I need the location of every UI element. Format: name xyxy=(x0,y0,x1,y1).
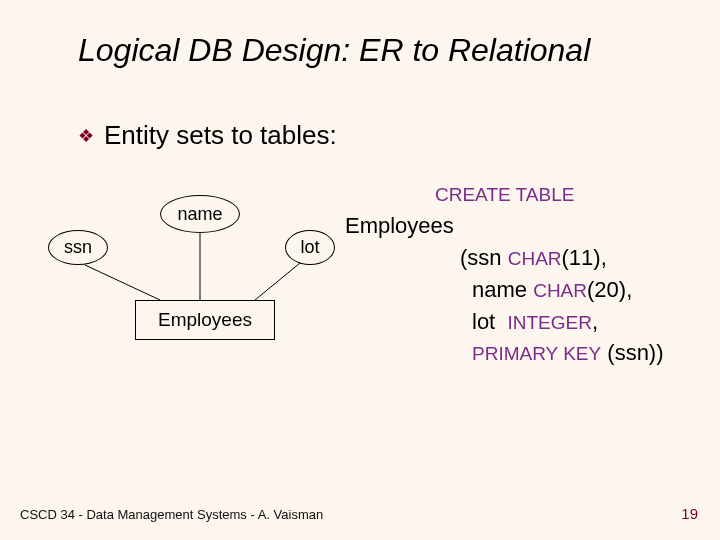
svg-line-0 xyxy=(85,265,160,300)
sql-keyword-primary-key: PRIMARY KEY xyxy=(472,343,601,364)
sql-col-lot-type: INTEGER xyxy=(507,312,591,333)
sql-keyword-create-table: CREATE TABLE xyxy=(435,184,574,205)
sql-code-block: CREATE TABLE Employees (ssn CHAR(11), na… xyxy=(345,178,664,369)
slide-title: Logical DB Design: ER to Relational xyxy=(78,32,590,69)
sql-col-ssn-args: (11), xyxy=(562,245,607,270)
slide-footer: CSCD 34 - Data Management Systems - A. V… xyxy=(20,507,323,522)
bullet-text: Entity sets to tables: xyxy=(104,120,337,151)
sql-col-name-args: (20), xyxy=(587,277,632,302)
er-attribute-ssn: ssn xyxy=(48,230,108,265)
er-attribute-lot: lot xyxy=(285,230,335,265)
sql-pk-args: (ssn)) xyxy=(601,340,663,365)
page-number: 19 xyxy=(681,505,698,522)
sql-col-ssn-name: ssn xyxy=(467,245,501,270)
er-entity-employees: Employees xyxy=(135,300,275,340)
sql-col-ssn-type: CHAR xyxy=(508,248,562,269)
sql-col-name-name: name xyxy=(472,277,527,302)
sql-col-lot-name: lot xyxy=(472,309,495,334)
er-attribute-name: name xyxy=(160,195,240,233)
bullet-item: ❖ Entity sets to tables: xyxy=(78,120,337,151)
sql-col-lot-args: , xyxy=(592,309,598,334)
diamond-bullet-icon: ❖ xyxy=(78,127,94,145)
svg-line-2 xyxy=(255,263,300,300)
sql-table-name: Employees xyxy=(345,213,454,238)
sql-col-name-type: CHAR xyxy=(533,280,587,301)
er-diagram: ssn name lot Employees xyxy=(40,180,340,380)
